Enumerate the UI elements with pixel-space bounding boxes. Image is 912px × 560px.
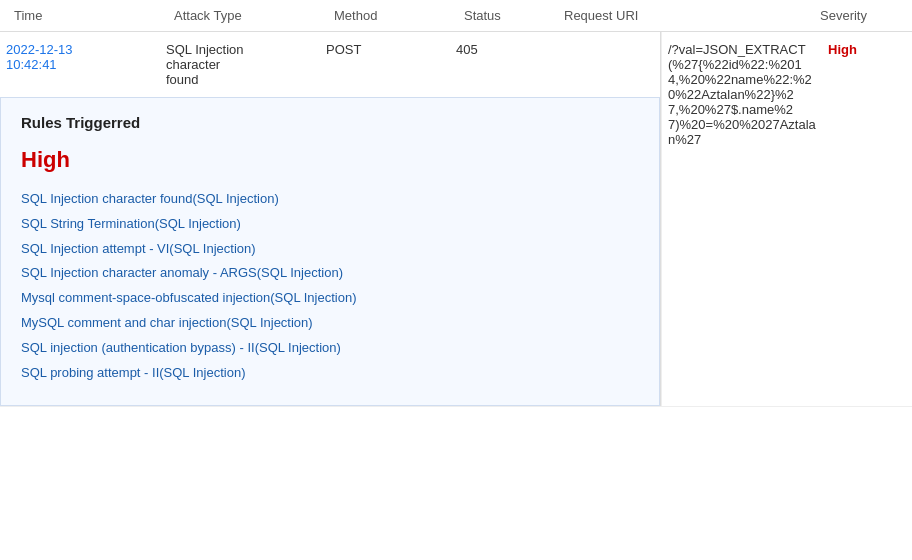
cell-severity: High (822, 32, 912, 406)
col-time-header: Time (8, 4, 168, 27)
list-item: SQL String Termination(SQL Injection) (21, 212, 639, 237)
list-item: SQL Injection attempt - VI(SQL Injection… (21, 237, 639, 262)
row-right: /?val=JSON_EXTRACT(%27{%22id%22:%2014,%2… (660, 32, 912, 406)
list-item: SQL Injection character found(SQL Inject… (21, 187, 639, 212)
cell-time: 2022-12-1310:42:41 (0, 32, 160, 97)
table-row: 2022-12-1310:42:41 SQL Injectioncharacte… (0, 32, 912, 407)
list-item: SQL Injection character anomaly - ARGS(S… (21, 261, 639, 286)
col-status-header: Status (458, 4, 558, 27)
rules-list: SQL Injection character found(SQL Inject… (21, 187, 639, 385)
right-cols: /?val=JSON_EXTRACT(%27{%22id%22:%2014,%2… (661, 32, 912, 406)
expanded-severity-badge: High (21, 147, 639, 173)
list-item: Mysql comment-space-obfuscated injection… (21, 286, 639, 311)
cell-attack: SQL Injectioncharacterfound (160, 32, 320, 97)
expanded-panel: Rules Triggerred High SQL Injection char… (0, 97, 660, 406)
row-left: 2022-12-1310:42:41 SQL Injectioncharacte… (0, 32, 660, 406)
list-item: MySQL comment and char injection(SQL Inj… (21, 311, 639, 336)
row-data: 2022-12-1310:42:41 SQL Injectioncharacte… (0, 32, 660, 97)
col-method-header: Method (328, 4, 458, 27)
col-uri-header: Request URI (558, 4, 814, 27)
col-attack-header: Attack Type (168, 4, 328, 27)
list-item: SQL injection (authentication bypass) - … (21, 336, 639, 361)
cell-empty (550, 32, 660, 97)
col-severity-header: Severity (814, 4, 904, 27)
rules-title: Rules Triggerred (21, 114, 639, 131)
cell-status: 405 (450, 32, 550, 97)
cell-uri: /?val=JSON_EXTRACT(%27{%22id%22:%2014,%2… (661, 32, 822, 406)
list-item: SQL probing attempt - II(SQL Injection) (21, 361, 639, 386)
cell-method: POST (320, 32, 450, 97)
table-header: Time Attack Type Method Status Request U… (0, 0, 912, 32)
